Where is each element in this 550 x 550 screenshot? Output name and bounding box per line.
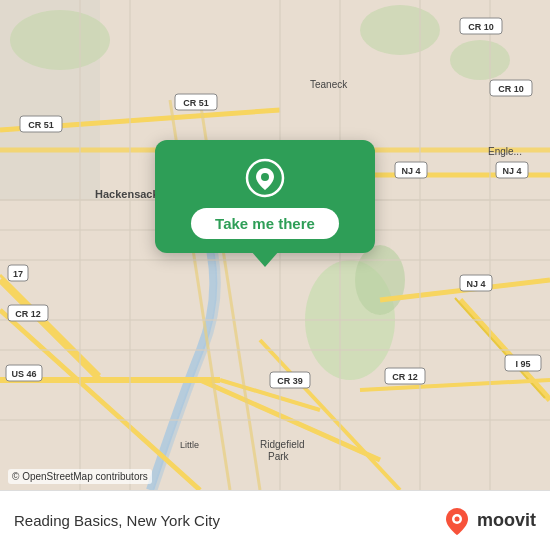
svg-point-68 (261, 173, 269, 181)
map-attribution: © OpenStreetMap contributors (8, 469, 152, 484)
moovit-brand-text: moovit (477, 510, 536, 531)
svg-text:CR 51: CR 51 (28, 120, 54, 130)
location-pin-icon (245, 158, 285, 198)
svg-text:NJ 4: NJ 4 (401, 166, 420, 176)
svg-text:CR 39: CR 39 (277, 376, 303, 386)
popup-card: Take me there (155, 140, 375, 253)
svg-point-4 (450, 40, 510, 80)
svg-text:I 95: I 95 (515, 359, 530, 369)
take-me-there-button[interactable]: Take me there (191, 208, 339, 239)
svg-text:Little: Little (180, 440, 199, 450)
svg-text:Teaneck: Teaneck (310, 79, 348, 90)
svg-text:Park: Park (268, 451, 290, 462)
location-title: Reading Basics, New York City (14, 512, 220, 529)
svg-text:CR 12: CR 12 (392, 372, 418, 382)
svg-text:Ridgefield: Ridgefield (260, 439, 304, 450)
svg-text:CR 51: CR 51 (183, 98, 209, 108)
svg-text:NJ 4: NJ 4 (466, 279, 485, 289)
svg-text:Hackensack: Hackensack (95, 188, 159, 200)
info-bar: Reading Basics, New York City moovit (0, 490, 550, 550)
svg-point-2 (10, 10, 110, 70)
svg-text:CR 10: CR 10 (468, 22, 494, 32)
svg-text:CR 12: CR 12 (15, 309, 41, 319)
svg-text:17: 17 (13, 269, 23, 279)
svg-point-70 (454, 516, 459, 521)
svg-point-3 (360, 5, 440, 55)
svg-point-6 (355, 245, 405, 315)
moovit-icon (441, 505, 473, 537)
svg-text:Engle...: Engle... (488, 146, 522, 157)
svg-text:NJ 4: NJ 4 (502, 166, 521, 176)
moovit-logo: moovit (441, 505, 536, 537)
svg-text:US 46: US 46 (11, 369, 36, 379)
map-container: CR 51 CR 51 CR 10 CR 10 NJ 4 NJ 4 NJ 4 1… (0, 0, 550, 490)
svg-text:CR 10: CR 10 (498, 84, 524, 94)
